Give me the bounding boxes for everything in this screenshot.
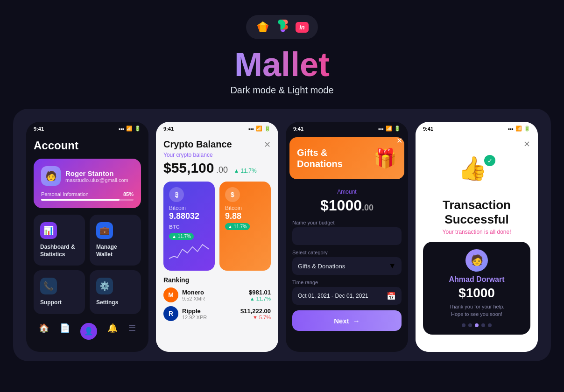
monero-name: Monero [182,289,205,296]
category-value: Gifts & Donations [298,263,345,270]
ripple-name: Ripple [182,308,207,315]
app-subtitle: Dark mode & Light mode [230,85,333,96]
time-3: 9:41 [293,126,303,132]
menu-item-dashboard[interactable]: 📊 Dashboard & Statistics [34,215,85,266]
dot-5 [488,323,492,327]
category-label: Select category [292,250,402,255]
doc-nav-icon[interactable]: 📄 [60,323,70,340]
date-range-input[interactable]: Oct 01, 2021 - Dec 01, 2021 📅 [292,287,402,305]
ranking-item-ripple[interactable]: R Ripple 12.92 XPR $11,222.00 ▼ 5.7% [163,306,271,321]
btc2-change: ▲ 11.7% [225,223,250,230]
wifi-icon-2: 📶 [256,126,262,132]
transaction-card: 🧑 Ahmad Dorwart $1000 Thank you for your… [423,242,530,335]
budget-input[interactable] [292,227,402,245]
user-avatar: 🧑 [41,166,61,186]
balance-change: ▲ 11.7% [233,168,256,174]
menu-item-settings[interactable]: ⚙️ Settings [90,270,141,314]
crypto-cards-row: ₿ Bitcoin 9.88032 BTC ▲ 11.7% $ Bitcoin … [163,182,271,271]
phone-gifts: 9:41 ▪▪▪ 📶 🔋 ✕ Gifts &Donations 🎁 Amount… [286,122,408,352]
gifts-close-btn[interactable]: ✕ [396,136,402,145]
modal-header: Crypto Balance ✕ [163,139,271,150]
personal-info-label: Personal Information [41,191,89,197]
status-bar-2: 9:41 ▪▪▪ 📶 🔋 [156,122,278,133]
home-nav-icon[interactable]: 🏠 [39,323,49,340]
amount-label: Amount [292,189,402,195]
monero-price: $981.01 [249,289,271,296]
signal-icon-4: ▪▪▪ [508,126,514,132]
status-icons-2: ▪▪▪ 📶 🔋 [248,126,271,132]
phones-section: 9:41 ▪▪▪ 📶 🔋 Account 🧑 Roger Stanton mas… [13,109,551,361]
category-select[interactable]: Gifts & Donations ▼ [292,257,402,275]
menu-label-wallet: ManageWallet [96,244,117,258]
wifi-icon-4: 📶 [515,126,522,132]
amount-value: $1000.00 [292,197,402,214]
dot-3-active [475,323,479,327]
dot-2 [468,323,472,327]
gifts-emoji: 🎁 [374,147,397,169]
balance-row: $55,100 .00 ▲ 11.7% [163,160,271,176]
progress-pct: 85% [123,191,134,197]
status-icons-3: ▪▪▪ 📶 🔋 [378,126,401,132]
calendar-icon: 📅 [387,292,396,301]
tx-close-button[interactable]: ✕ [523,139,530,149]
btc-value: 9.88032 BTC [169,211,209,231]
battery-icon-3: 🔋 [394,126,401,132]
ranking-item-monero[interactable]: M Monero 9.52 XMR $981.01 ▲ 11.7% [163,287,271,302]
sketch-icon [255,20,270,35]
menu-nav-icon[interactable]: ☰ [128,323,136,340]
arrow-right-icon: → [353,317,360,325]
crypto-card-btc2[interactable]: $ Bitcoin 9.88 ▲ 11.7% [219,182,271,271]
crypto-card-btc[interactable]: ₿ Bitcoin 9.88032 BTC ▲ 11.7% [163,182,215,271]
time-2: 9:41 [163,126,174,132]
menu-item-support[interactable]: 📞 Support [34,270,85,314]
wallet-icon: 💼 [96,222,113,239]
status-icons-4: ▪▪▪ 📶 🔋 [508,126,530,132]
ripple-icon: R [163,306,178,321]
balance-cents: .00 [216,165,228,175]
crypto-balance-title: Crypto Balance [163,139,232,150]
phone4-content: ✕ 👍 ✓ TransactionSuccessful Your transac… [416,133,538,352]
balance-amount: $55,100 [163,160,214,175]
btc-chart [169,240,209,263]
budget-label: Name your budget [292,220,402,225]
next-label: Next [334,317,349,325]
signal-icon-2: ▪▪▪ [248,126,254,132]
menu-label-settings: Settings [96,299,118,307]
progress-bar-bg [41,199,134,201]
app-title: Mallet [234,48,330,81]
status-bar-3: 9:41 ▪▪▪ 📶 🔋 [286,122,408,133]
btc-unit: BTC [169,224,180,230]
menu-item-wallet[interactable]: 💼 ManageWallet [90,215,141,266]
tool-badges: in [246,15,318,39]
phone2-content: Crypto Balance ✕ Your crypto balance $55… [156,133,278,352]
next-button[interactable]: Next → [292,310,402,331]
figma-icon [278,20,288,35]
svg-marker-3 [266,25,268,32]
user-card: 🧑 Roger Stanton masstudio.uiux@gmail.com… [34,159,141,208]
ripple-amount: 12.92 XPR [182,315,207,320]
settings-icon: ⚙️ [96,278,113,294]
phone-transaction: 9:41 ▪▪▪ 📶 🔋 ✕ 👍 ✓ TransactionSuccessful… [416,122,538,352]
btc-change: ▲ 11.7% [169,233,194,240]
dropdown-arrow-icon: ▼ [388,262,396,270]
bottom-nav: 🏠 📄 👤 🔔 ☰ [34,318,141,346]
close-button[interactable]: ✕ [264,140,271,150]
thumbs-up-icon: 👍 [458,155,487,182]
status-bar-4: 9:41 ▪▪▪ 📶 🔋 [416,122,538,133]
time-4: 9:41 [423,126,433,132]
progress-bar-fill [41,199,120,201]
account-title: Account [34,139,141,152]
wifi-icon-3: 📶 [386,126,392,132]
ripple-price: $11,222.00 [240,308,271,315]
gifts-form: Amount $1000.00 Name your budget Select … [286,183,408,336]
time-1: 9:41 [34,126,44,132]
battery-icon-4: 🔋 [524,126,530,132]
check-icon: ✓ [484,155,495,166]
btc-icon: ₿ [169,187,184,202]
bell-nav-icon[interactable]: 🔔 [107,323,118,340]
battery-icon-1: 🔋 [134,126,141,132]
user-nav-icon[interactable]: 👤 [80,323,97,340]
signal-icon-3: ▪▪▪ [378,126,384,132]
user-name: Roger Stanton [65,169,128,177]
monero-icon: M [163,287,178,302]
